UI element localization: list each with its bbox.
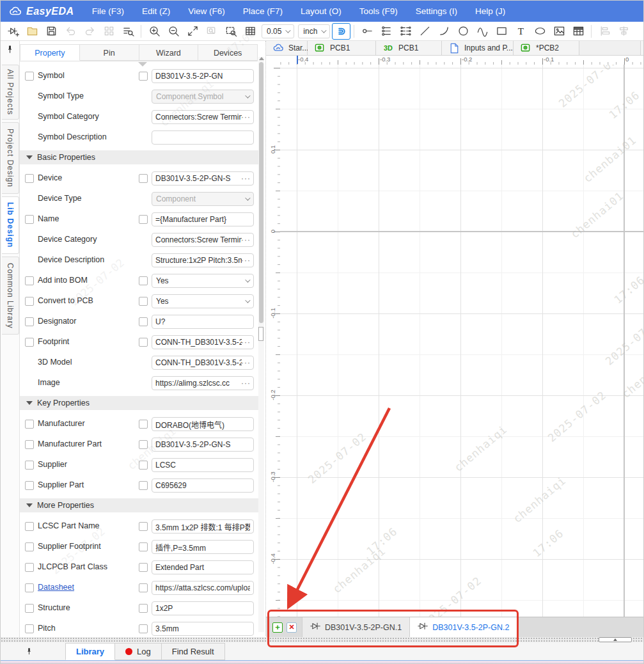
pin-list-button[interactable] — [377, 23, 396, 40]
zoom-window-button[interactable] — [202, 23, 221, 40]
align-left-button[interactable] — [595, 23, 614, 40]
more-options-button[interactable]: ··· — [241, 377, 251, 390]
checkbox[interactable] — [25, 338, 34, 347]
menu-edit[interactable]: Edit (Z) — [133, 1, 179, 22]
search-list-button[interactable] — [118, 23, 137, 40]
input-name[interactable] — [152, 212, 254, 226]
image-tool-button[interactable] — [549, 23, 569, 40]
zoom-select-button[interactable] — [221, 23, 240, 40]
input-supplier-part[interactable] — [152, 478, 254, 493]
wire-mode-button[interactable] — [332, 23, 350, 40]
checkbox[interactable] — [139, 338, 148, 347]
panel-scrollbar[interactable] — [258, 57, 264, 632]
checkbox[interactable] — [25, 215, 34, 224]
checkbox[interactable] — [139, 440, 148, 449]
checkbox[interactable] — [139, 317, 148, 326]
dock-tab-library[interactable]: Library — [65, 643, 115, 660]
datasheet-link[interactable]: Datasheet — [38, 583, 74, 592]
menu-view[interactable]: View (F6) — [179, 1, 234, 22]
input-manufacturer-part[interactable] — [152, 438, 254, 452]
more-options-button[interactable]: ··· — [241, 356, 251, 369]
checkbox[interactable] — [139, 174, 148, 183]
delete-symbol-button[interactable]: ✕ — [287, 622, 297, 633]
input-manufacturer[interactable] — [152, 417, 254, 431]
checkbox[interactable] — [25, 461, 34, 470]
input-image[interactable] — [152, 376, 254, 390]
pin-dock-icon[interactable] — [25, 647, 33, 656]
section-header-more-properties[interactable]: More Properties — [20, 498, 258, 512]
part-tab-2[interactable]: DB301V-3.5-2P-GN.2 — [410, 617, 517, 638]
add-symbol-button[interactable]: + — [272, 622, 283, 633]
checkbox[interactable] — [25, 604, 34, 613]
menu-settings[interactable]: Settings (I) — [407, 1, 466, 22]
rail-tab-all-projects[interactable]: All Projects — [2, 65, 19, 120]
checkbox[interactable] — [25, 563, 34, 572]
more-options-button[interactable]: ··· — [241, 336, 251, 349]
undo-button[interactable] — [61, 23, 80, 40]
checkbox[interactable] — [139, 297, 148, 306]
select-convert-to-pcb[interactable]: Yes — [152, 294, 254, 308]
menu-file[interactable]: File (F3) — [83, 1, 133, 22]
checkbox[interactable] — [139, 624, 148, 633]
doc-tab-inputs-and-p-[interactable]: Inputs and P... — [442, 41, 514, 55]
zoom-out-button[interactable] — [164, 23, 183, 40]
menu-place[interactable]: Place (F7) — [234, 1, 292, 22]
scroll-up-arrow[interactable] — [259, 57, 264, 60]
grid-size-dropdown[interactable]: 0.05 — [262, 24, 294, 38]
input-device-description[interactable] — [152, 253, 254, 267]
input-symbol-category[interactable] — [152, 110, 254, 124]
checkbox[interactable] — [139, 604, 148, 613]
input-jlcpcb-part-class[interactable] — [152, 560, 254, 574]
dock-tab-log[interactable]: Log — [115, 643, 162, 660]
unit-dropdown[interactable]: inch — [298, 24, 330, 38]
schematic-canvas[interactable]: 2025-07-0217:06chenbai01chenhai0117:0620… — [280, 65, 644, 617]
pin-tool-button[interactable] — [357, 23, 377, 40]
checkbox[interactable] — [25, 420, 34, 429]
table-tool-button[interactable] — [569, 23, 588, 40]
checkbox[interactable] — [139, 583, 148, 592]
checkbox[interactable] — [25, 522, 34, 531]
rail-tab-common-library[interactable]: Common Library — [2, 257, 19, 335]
pin-panel-icon[interactable] — [5, 45, 15, 54]
checkbox[interactable] — [25, 297, 34, 306]
input-device[interactable] — [152, 171, 254, 186]
input-pitch[interactable] — [152, 622, 254, 636]
panel-tab-devices[interactable]: Devices — [198, 44, 258, 61]
checkbox[interactable] — [25, 276, 34, 285]
checkbox[interactable] — [139, 461, 148, 470]
menu-tools[interactable]: Tools (F9) — [350, 1, 407, 22]
save-button[interactable] — [42, 23, 61, 40]
ellipse-tool-button[interactable] — [530, 23, 549, 40]
section-header-key-properties[interactable]: Key Properties — [20, 396, 258, 410]
easyeda-logo[interactable]: EasyEDA — [1, 5, 83, 18]
menu-help[interactable]: Help (J) — [466, 1, 514, 22]
dock-tab-find-result[interactable]: Find Result — [162, 643, 225, 660]
zoom-fit-button[interactable] — [183, 23, 202, 40]
panel-tab-property[interactable]: Property — [20, 44, 80, 61]
input-supplier[interactable] — [152, 458, 254, 472]
checkbox[interactable] — [25, 583, 34, 592]
input-symbol-description[interactable] — [152, 130, 254, 145]
checkbox[interactable] — [139, 420, 148, 429]
checkbox[interactable] — [25, 440, 34, 449]
checkbox[interactable] — [139, 72, 148, 81]
rail-tab-lib-design[interactable]: Lib Design — [2, 196, 19, 254]
circle-tool-button[interactable] — [453, 23, 473, 40]
new-symbol-button[interactable] — [3, 23, 22, 40]
checkbox[interactable] — [25, 542, 34, 551]
rectangle-tool-button[interactable] — [492, 23, 511, 40]
checkbox[interactable] — [139, 215, 148, 224]
rail-tab-project-design[interactable]: Project Design — [2, 122, 19, 194]
text-tool-button[interactable]: T — [511, 23, 530, 40]
open-folder-button[interactable] — [22, 23, 42, 40]
checkbox[interactable] — [139, 522, 148, 531]
bezier-tool-button[interactable] — [473, 23, 492, 40]
checkbox[interactable] — [139, 276, 148, 285]
input-designator[interactable] — [152, 315, 254, 329]
more-options-button[interactable]: ··· — [241, 233, 251, 246]
checkbox[interactable] — [25, 481, 34, 490]
part-tab-1[interactable]: DB301V-3.5-2P-GN.1 — [302, 617, 410, 638]
input-datasheet[interactable] — [152, 581, 254, 595]
panel-tab-wizard[interactable]: Wizard — [139, 44, 199, 61]
doc-tab-pcb1[interactable]: 3DPCB1 — [376, 41, 442, 55]
